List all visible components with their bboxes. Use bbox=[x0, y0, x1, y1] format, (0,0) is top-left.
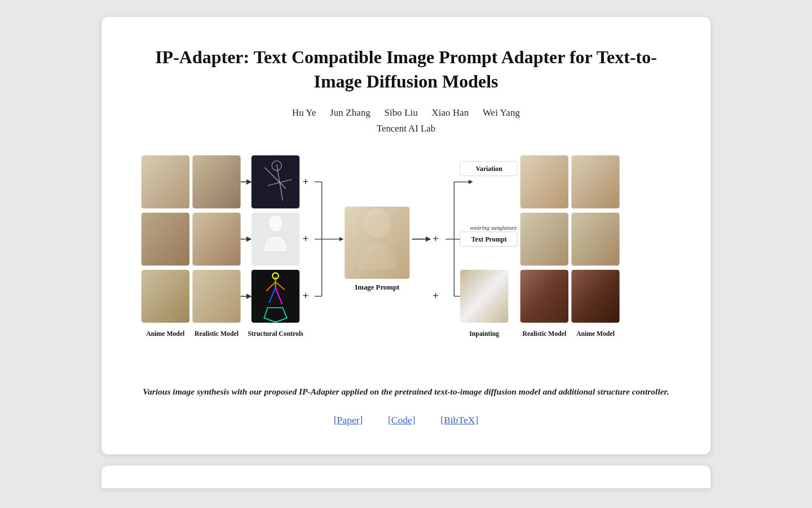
dark-bust-2 bbox=[571, 270, 619, 323]
plus-center: + bbox=[433, 233, 439, 244]
links-row: [Paper] [Code] [BibTeX] bbox=[135, 414, 677, 426]
bottom-card-partial bbox=[102, 466, 710, 488]
label-image-prompt: Image Prompt bbox=[355, 284, 400, 292]
plus-3: + bbox=[303, 290, 309, 302]
anime-bust-1-img bbox=[142, 156, 189, 209]
paper-title: IP-Adapter: Text Compatible Image Prompt… bbox=[135, 45, 677, 94]
label-variation: Variation bbox=[476, 165, 503, 173]
realistic-bust-3-img bbox=[192, 270, 240, 323]
realistic-bust-1-img bbox=[192, 156, 240, 209]
plus-1: + bbox=[303, 176, 309, 187]
right-bust-22 bbox=[571, 213, 619, 266]
main-bust-head bbox=[364, 209, 390, 239]
label-anime-model: Anime Model bbox=[146, 331, 185, 338]
figure-caption: Various image synthesis with our propose… bbox=[135, 385, 677, 398]
label-anime-model2: Anime Model bbox=[576, 331, 615, 338]
affiliation-text: Tencent AI Lab bbox=[135, 123, 677, 134]
author-1: Hu Ye bbox=[292, 107, 316, 118]
sketch-control-1-img bbox=[251, 156, 299, 209]
author-5: Wei Yang bbox=[483, 107, 520, 118]
svg-point-4 bbox=[268, 215, 283, 232]
main-card: IP-Adapter: Text Compatible Image Prompt… bbox=[102, 17, 710, 454]
text-wearing-sunglasses: wearing sunglasses bbox=[470, 225, 517, 231]
right-bust-12 bbox=[571, 156, 619, 209]
right-bust-11 bbox=[520, 156, 568, 209]
figure-container: + + + bbox=[135, 152, 677, 369]
label-realistic-model2: Realistic Model bbox=[522, 331, 567, 338]
plus-2: + bbox=[303, 233, 309, 244]
bibtex-link[interactable]: [BibTeX] bbox=[440, 414, 478, 426]
paper-link[interactable]: [Paper] bbox=[334, 414, 363, 426]
anime-bust-2-img bbox=[142, 213, 189, 266]
code-link[interactable]: [Code] bbox=[388, 414, 416, 426]
realistic-bust-2-img bbox=[192, 213, 240, 266]
figure-diagram: + + + bbox=[135, 152, 677, 369]
authors-line: Hu Ye Jun Zhang Sibo Liu Xiao Han Wei Ya… bbox=[135, 107, 677, 119]
anime-bust-3-img bbox=[142, 270, 189, 323]
label-text-prompt: Text Prompt bbox=[471, 236, 507, 243]
label-inpainting: Inpainting bbox=[469, 331, 499, 338]
plus-bot: + bbox=[433, 290, 439, 302]
label-realistic-model: Realistic Model bbox=[195, 331, 239, 338]
inpaint-mask-img bbox=[460, 270, 508, 323]
author-4: Xiao Han bbox=[431, 107, 469, 118]
label-structural-controls: Structural Controls bbox=[248, 331, 303, 338]
dark-bust-1 bbox=[520, 270, 568, 323]
author-2: Jun Zhang bbox=[330, 107, 370, 118]
right-bust-21 bbox=[520, 213, 568, 266]
author-3: Sibo Liu bbox=[384, 107, 418, 118]
